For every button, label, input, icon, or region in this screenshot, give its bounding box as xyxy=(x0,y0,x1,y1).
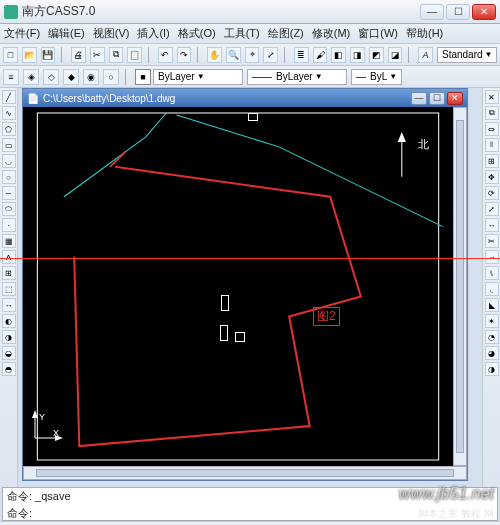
command-line[interactable]: 命令: _qsave 命令: xyxy=(2,487,498,521)
figure-label: 图2 xyxy=(313,307,340,326)
app-title: 南方CASS7.0 xyxy=(22,3,420,20)
menu-tools[interactable]: 工具(T) xyxy=(224,26,260,41)
print-icon[interactable]: 🖨 xyxy=(71,47,86,63)
rect-icon[interactable]: ▭ xyxy=(2,138,16,152)
linetype-label: ByLayer xyxy=(276,71,313,82)
fillet-icon[interactable]: ◟ xyxy=(485,282,499,296)
dim-icon[interactable]: ↔ xyxy=(2,298,16,312)
copy-obj-icon[interactable]: ⧉ xyxy=(485,106,499,120)
tool-icon[interactable]: ◕ xyxy=(485,346,499,360)
doc-close-button[interactable]: ✕ xyxy=(447,92,463,105)
array-icon[interactable]: ⊞ xyxy=(485,154,499,168)
text-icon[interactable]: A xyxy=(2,250,16,264)
document-titlebar: 📄 C:\Users\batty\Desktop\1.dwg — ☐ ✕ xyxy=(23,89,467,107)
trim-icon[interactable]: ✂ xyxy=(485,234,499,248)
tool-icon[interactable]: ◩ xyxy=(369,47,384,63)
vertical-scrollbar[interactable] xyxy=(453,107,467,466)
block-icon[interactable]: ⊞ xyxy=(2,266,16,280)
zoom-window-icon[interactable]: ⌖ xyxy=(245,47,260,63)
chamfer-icon[interactable]: ◣ xyxy=(485,298,499,312)
menu-edit[interactable]: 编辑(E) xyxy=(48,26,85,41)
erase-icon[interactable]: ✕ xyxy=(485,90,499,104)
linetype-dropdown[interactable]: —— ByLayer ▼ xyxy=(247,69,347,85)
color-swatch[interactable]: ■ xyxy=(135,69,151,85)
arc-icon[interactable]: ◡ xyxy=(2,154,16,168)
lineweight-dropdown[interactable]: — ByL ▼ xyxy=(351,69,402,85)
cut-icon[interactable]: ✂ xyxy=(90,47,105,63)
color-dropdown[interactable]: ByLayer ▼ xyxy=(153,69,243,85)
menu-view[interactable]: 视图(V) xyxy=(93,26,130,41)
zoom-extents-icon[interactable]: ⤢ xyxy=(263,47,278,63)
window-maximize-button[interactable]: ☐ xyxy=(446,4,470,20)
chevron-down-icon: ▼ xyxy=(197,72,205,81)
save-icon[interactable]: 💾 xyxy=(41,47,56,63)
layer-icon[interactable]: ◉ xyxy=(83,69,99,85)
hatch-icon[interactable]: ▦ xyxy=(2,234,16,248)
text-style-icon[interactable]: A xyxy=(418,47,433,63)
explode-icon[interactable]: ✶ xyxy=(485,314,499,328)
drawing-content xyxy=(23,107,453,466)
menu-format[interactable]: 格式(O) xyxy=(178,26,216,41)
tool-icon[interactable]: ◨ xyxy=(350,47,365,63)
command-prompt[interactable]: 命令: xyxy=(3,505,497,522)
tool-icon[interactable]: ◪ xyxy=(388,47,403,63)
chevron-down-icon: ▼ xyxy=(389,72,397,81)
match-icon[interactable]: 🖌 xyxy=(313,47,328,63)
app-icon xyxy=(4,5,18,19)
cursor-pickbox xyxy=(248,113,258,121)
menu-bar: 文件(F) 编辑(E) 视图(V) 插入(I) 格式(O) 工具(T) 绘图(Z… xyxy=(0,24,500,44)
tool-icon[interactable]: ◒ xyxy=(2,346,16,360)
pan-icon[interactable]: ✋ xyxy=(207,47,222,63)
break-icon[interactable]: ⑊ xyxy=(485,266,499,280)
layer-icon[interactable]: ◈ xyxy=(23,69,39,85)
spline-icon[interactable]: ∽ xyxy=(2,186,16,200)
pline-icon[interactable]: ∿ xyxy=(2,106,16,120)
menu-draw[interactable]: 绘图(Z) xyxy=(268,26,304,41)
ellipse-icon[interactable]: ⬭ xyxy=(2,202,16,216)
open-icon[interactable]: 📂 xyxy=(22,47,37,63)
redo-icon[interactable]: ↷ xyxy=(177,47,192,63)
tool-icon[interactable]: ◔ xyxy=(485,330,499,344)
circle-icon[interactable]: ○ xyxy=(2,170,16,184)
layer-manager-icon[interactable]: ≡ xyxy=(3,69,19,85)
textstyle-dropdown[interactable]: Standard ▼ xyxy=(437,47,497,63)
move-icon[interactable]: ✥ xyxy=(485,170,499,184)
paste-icon[interactable]: 📋 xyxy=(127,47,142,63)
line-icon[interactable]: ╱ xyxy=(2,90,16,104)
stretch-icon[interactable]: ↔ xyxy=(485,218,499,232)
mirror-icon[interactable]: ⇔ xyxy=(485,122,499,136)
new-icon[interactable]: □ xyxy=(3,47,18,63)
menu-insert[interactable]: 插入(I) xyxy=(137,26,169,41)
menu-modify[interactable]: 修改(M) xyxy=(312,26,351,41)
rotate-icon[interactable]: ⟳ xyxy=(485,186,499,200)
undo-icon[interactable]: ↶ xyxy=(158,47,173,63)
doc-minimize-button[interactable]: — xyxy=(411,92,427,105)
layer-icon[interactable]: ○ xyxy=(103,69,119,85)
tool-icon[interactable]: ◐ xyxy=(2,314,16,328)
scale-icon[interactable]: ⤢ xyxy=(485,202,499,216)
offset-icon[interactable]: ⫴ xyxy=(485,138,499,152)
polygon-icon[interactable]: ⬠ xyxy=(2,122,16,136)
menu-file[interactable]: 文件(F) xyxy=(4,26,40,41)
marker-rect xyxy=(221,295,229,311)
point-icon[interactable]: · xyxy=(2,218,16,232)
drawing-canvas[interactable]: 北 图2 YX xyxy=(23,107,453,466)
window-close-button[interactable]: ✕ xyxy=(472,4,496,20)
tool-icon[interactable]: ◓ xyxy=(2,362,16,376)
window-minimize-button[interactable]: — xyxy=(420,4,444,20)
horizontal-scrollbar[interactable] xyxy=(23,466,467,480)
command-history: 命令: _qsave xyxy=(3,488,497,505)
layer-icon[interactable]: ◆ xyxy=(63,69,79,85)
tool-icon[interactable]: ◧ xyxy=(331,47,346,63)
extend-icon[interactable]: → xyxy=(485,250,499,264)
layer-icon[interactable]: ◇ xyxy=(43,69,59,85)
insert-icon[interactable]: ⬚ xyxy=(2,282,16,296)
doc-restore-button[interactable]: ☐ xyxy=(429,92,445,105)
copy-icon[interactable]: ⧉ xyxy=(109,47,124,63)
menu-window[interactable]: 窗口(W) xyxy=(358,26,398,41)
zoom-icon[interactable]: 🔍 xyxy=(226,47,241,63)
tool-icon[interactable]: ◑ xyxy=(485,362,499,376)
tool-icon[interactable]: ◑ xyxy=(2,330,16,344)
menu-help[interactable]: 帮助(H) xyxy=(406,26,443,41)
properties-icon[interactable]: ≣ xyxy=(294,47,309,63)
